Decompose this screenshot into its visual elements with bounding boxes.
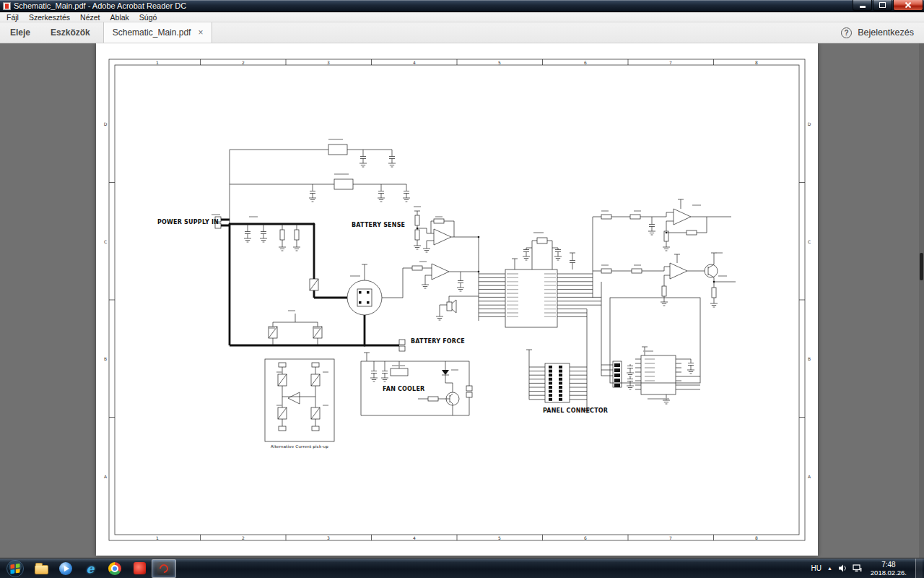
grid-label: B	[808, 356, 811, 361]
sign-in-button[interactable]: Bejelentkezés	[858, 27, 914, 38]
grid-label: 1	[156, 535, 159, 540]
red-app-icon	[134, 562, 146, 574]
clock[interactable]: 7:48 2018.02.26.	[868, 561, 910, 577]
tabbar-right: ? Bejelentkezés	[841, 22, 924, 43]
document-area: POWER SUPPLY IN BATTERY SENSE BATTERY FO…	[0, 43, 924, 558]
label-fan-cooler: FAN COOLER	[383, 386, 424, 392]
label-battery-sense: BATTERY SENSE	[352, 222, 405, 228]
grid-label: C	[104, 239, 107, 244]
pdf-page: POWER SUPPLY IN BATTERY SENSE BATTERY FO…	[96, 43, 818, 556]
window-title: Schematic_Main.pdf - Adobe Acrobat Reade…	[14, 1, 186, 10]
grid-label: 6	[584, 535, 587, 540]
minimize-button[interactable]	[853, 0, 872, 11]
schematic-drawing	[96, 43, 818, 556]
grid-label: 6	[584, 60, 587, 65]
media-player-icon	[59, 562, 72, 575]
acrobat-reader-icon	[157, 562, 170, 575]
power-input-section	[212, 215, 432, 345]
alt-pickup-section	[265, 359, 334, 441]
taskbar-internet-explorer-button[interactable]: e	[78, 559, 103, 578]
close-button[interactable]	[893, 0, 923, 11]
grid-label: D	[104, 121, 108, 126]
grid-label: 4	[413, 60, 416, 65]
window-controls	[853, 0, 924, 11]
document-tab[interactable]: Schematic_Main.pdf ×	[103, 22, 213, 43]
menu-edit[interactable]: Szerkesztés	[24, 12, 75, 22]
close-tab-icon[interactable]: ×	[196, 28, 204, 37]
minimize-icon	[860, 6, 866, 8]
grid-label: A	[808, 474, 811, 479]
taskbar-media-player-button[interactable]	[53, 559, 78, 578]
grid-label: 8	[755, 535, 758, 540]
explorer-icon	[35, 565, 48, 574]
grid-label: 5	[498, 535, 501, 540]
maximize-icon	[879, 2, 886, 8]
label-power-supply-in: POWER SUPPLY IN	[157, 219, 219, 225]
grid-label: D	[808, 121, 811, 126]
windows-orb-icon	[6, 559, 25, 578]
system-tray: HU ▲ 7:48 2018.02.26.	[811, 558, 924, 578]
serial-section	[601, 282, 700, 404]
battery-sense-section	[414, 207, 479, 321]
chrome-icon	[108, 562, 121, 575]
menubar: Fájl Szerkesztés Nézet Ablak Súgó	[0, 12, 924, 22]
driver-section	[593, 199, 736, 307]
clock-time: 7:48	[881, 561, 895, 569]
grid-label: 3	[327, 535, 330, 540]
grid-label: B	[104, 356, 107, 361]
grid-label: C	[808, 239, 811, 244]
grid-label: A	[104, 474, 107, 479]
taskbar-explorer-button[interactable]	[29, 559, 53, 578]
grid-label: 3	[327, 60, 330, 65]
grid-label: 1	[156, 60, 159, 65]
grid-label: 4	[413, 535, 416, 540]
grid-label: 7	[669, 60, 672, 65]
label-battery-force: BATTERY FORCE	[411, 338, 465, 345]
sheet-frame	[109, 59, 805, 540]
menu-view[interactable]: Nézet	[75, 12, 105, 22]
taskbar-red-app-button[interactable]	[127, 559, 152, 578]
grid-label: 7	[669, 535, 672, 540]
language-indicator[interactable]: HU	[811, 564, 821, 572]
label-panel-connector: PANEL CONNECTOR	[543, 407, 608, 414]
menu-window[interactable]: Ablak	[105, 12, 134, 22]
window-titlebar: Schematic_Main.pdf - Adobe Acrobat Reade…	[0, 0, 924, 12]
start-button[interactable]	[4, 559, 26, 578]
help-icon[interactable]: ?	[841, 27, 852, 38]
vertical-scrollbar[interactable]	[919, 43, 924, 558]
fan-cooler-section	[361, 353, 472, 415]
tab-tools[interactable]: Eszközök	[40, 22, 100, 43]
network-icon[interactable]	[853, 564, 862, 572]
taskbar-acrobat-button[interactable]	[152, 559, 176, 578]
tab-home[interactable]: Eleje	[0, 22, 40, 43]
pdf-app-icon	[3, 2, 11, 10]
label-alternative-pickup: Alternative Current pick-up	[265, 444, 334, 449]
battery-force-section	[399, 340, 405, 351]
clock-date: 2018.02.26.	[871, 569, 907, 577]
grid-label: 2	[242, 60, 245, 65]
show-desktop-button[interactable]	[915, 558, 923, 578]
close-icon	[905, 1, 912, 9]
volume-icon[interactable]	[838, 564, 847, 572]
document-tab-label: Schematic_Main.pdf	[113, 27, 191, 38]
taskbar: e HU ▲ 7:48 2018.02.26.	[0, 558, 924, 578]
taskbar-chrome-button[interactable]	[103, 559, 127, 578]
panel-connector-section	[526, 309, 590, 413]
grid-label: 2	[242, 535, 245, 540]
scrollbar-thumb[interactable]	[920, 253, 923, 280]
maximize-button[interactable]	[873, 0, 892, 11]
menu-file[interactable]: Fájl	[1, 12, 24, 22]
hidden-icons-arrow[interactable]: ▲	[827, 566, 832, 571]
grid-label: 5	[498, 60, 501, 65]
regulator-section	[230, 139, 410, 224]
internet-explorer-icon: e	[87, 561, 95, 576]
grid-label: 8	[755, 60, 758, 65]
menu-help[interactable]: Súgó	[134, 12, 162, 22]
junction-dots	[229, 223, 715, 347]
tab-bar: Eleje Eszközök Schematic_Main.pdf × ? Be…	[0, 22, 924, 43]
